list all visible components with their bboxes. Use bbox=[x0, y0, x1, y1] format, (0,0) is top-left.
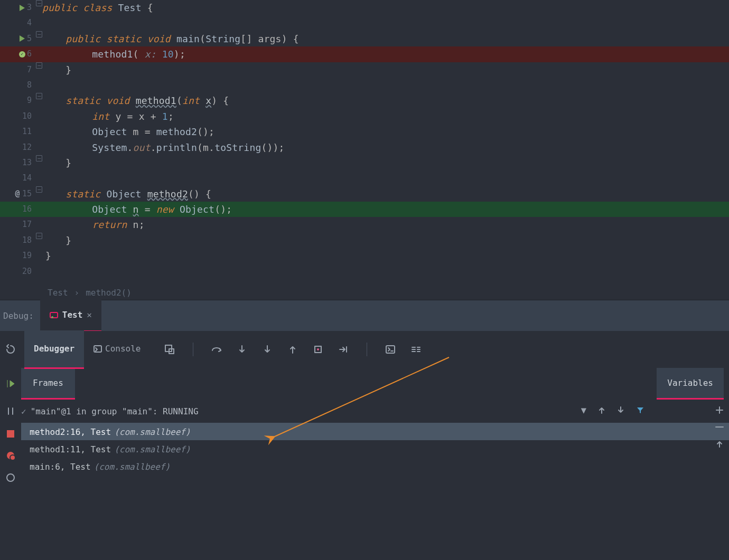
code-line[interactable]: 7− } bbox=[0, 62, 729, 78]
fold-toggle-icon[interactable]: − bbox=[36, 233, 42, 239]
previous-frame-icon[interactable] bbox=[598, 406, 605, 414]
code-line[interactable]: 13− } bbox=[0, 155, 729, 170]
code-line[interactable]: 17 return n; bbox=[0, 217, 729, 232]
separator bbox=[367, 343, 367, 356]
run-gutter-icon[interactable] bbox=[20, 5, 25, 11]
run-gutter-icon[interactable] bbox=[20, 35, 25, 42]
code-line[interactable]: 19} bbox=[0, 248, 729, 263]
code-line[interactable]: 4 bbox=[0, 15, 729, 31]
stack-frame[interactable]: method2:16, Test(com.smallbeef) bbox=[21, 423, 729, 440]
breadcrumb-method[interactable]: method2() bbox=[86, 288, 132, 298]
fold-toggle-icon[interactable]: − bbox=[36, 186, 42, 193]
move-watch-up-icon[interactable] bbox=[716, 440, 723, 448]
code-editor[interactable]: 3−public class Test {45− public static v… bbox=[0, 0, 729, 285]
code-line[interactable]: 10 int y = x + 1; bbox=[0, 109, 729, 124]
stop-button[interactable] bbox=[7, 429, 14, 440]
run-config-name: Test bbox=[62, 310, 83, 320]
breadcrumb[interactable]: Test › method2() bbox=[0, 285, 729, 300]
tab-console[interactable]: Console bbox=[84, 330, 150, 369]
separator bbox=[193, 343, 193, 356]
thread-dropdown-icon[interactable]: ▼ bbox=[581, 405, 586, 415]
debug-window-header: Debug: Test ✕ bbox=[0, 300, 729, 331]
variables-tab[interactable]: Variables bbox=[657, 368, 724, 400]
fold-toggle-icon[interactable]: − bbox=[36, 0, 42, 6]
svg-point-10 bbox=[10, 455, 15, 460]
application-icon bbox=[50, 311, 58, 319]
frames-panel: ✓ "main"@1 in group "main": RUNNING ▼ me… bbox=[0, 400, 729, 560]
fold-toggle-icon[interactable]: − bbox=[36, 31, 42, 37]
show-execution-point-icon[interactable] bbox=[164, 344, 175, 355]
frames-tab[interactable]: Frames bbox=[21, 368, 75, 400]
step-into-icon[interactable] bbox=[237, 344, 247, 355]
frame-pointer-icon: @ bbox=[15, 186, 20, 202]
svg-point-6 bbox=[317, 348, 319, 350]
run-config-tab[interactable]: Test ✕ bbox=[40, 300, 101, 332]
fold-toggle-icon[interactable]: − bbox=[36, 93, 42, 99]
code-line[interactable]: 3−public class Test { bbox=[0, 0, 729, 15]
filter-icon[interactable] bbox=[636, 406, 644, 414]
evaluate-expression-icon[interactable] bbox=[385, 344, 396, 355]
svg-point-11 bbox=[7, 474, 14, 481]
breadcrumb-sep: › bbox=[74, 288, 80, 298]
next-frame-icon[interactable] bbox=[617, 406, 624, 414]
stack-frame[interactable]: main:6, Test(com.smallbeef) bbox=[21, 458, 729, 475]
pause-button[interactable] bbox=[6, 407, 15, 417]
step-out-icon[interactable] bbox=[287, 344, 298, 355]
close-icon[interactable]: ✕ bbox=[87, 310, 92, 320]
remove-watch-icon[interactable] bbox=[715, 426, 724, 428]
code-line[interactable]: @15− static Object method2() { bbox=[0, 186, 729, 202]
debug-toolbar: Debugger Console bbox=[0, 331, 729, 368]
thread-label: "main"@1 in group "main": RUNNING bbox=[31, 406, 199, 416]
fold-toggle-icon[interactable]: − bbox=[36, 62, 42, 69]
breadcrumb-class[interactable]: Test bbox=[48, 288, 68, 298]
code-line[interactable]: 16 Object n = new Object(); bbox=[0, 202, 729, 217]
code-line[interactable]: 9− static void method1(int x) { bbox=[0, 93, 729, 108]
code-line[interactable]: 12 System.out.println(m.toString()); bbox=[0, 140, 729, 155]
tab-debugger[interactable]: Debugger bbox=[24, 330, 84, 369]
force-step-into-icon[interactable] bbox=[262, 344, 273, 355]
step-over-icon[interactable] bbox=[211, 344, 222, 355]
code-line[interactable]: 8 bbox=[0, 78, 729, 93]
console-icon bbox=[94, 345, 102, 353]
debug-label: Debug: bbox=[3, 311, 34, 321]
svg-rect-8 bbox=[7, 430, 14, 438]
code-line[interactable]: 5− public static void main(String[] args… bbox=[0, 31, 729, 46]
resume-button[interactable] bbox=[0, 368, 21, 400]
rerun-icon[interactable] bbox=[5, 344, 16, 355]
panes-header: Frames Variables bbox=[0, 368, 729, 400]
fold-toggle-icon[interactable]: − bbox=[36, 155, 42, 162]
view-breakpoints-button[interactable] bbox=[6, 451, 15, 462]
trace-current-stream-chain-icon[interactable] bbox=[410, 344, 421, 355]
new-watch-icon[interactable] bbox=[715, 406, 724, 414]
code-line[interactable]: 18− } bbox=[0, 233, 729, 248]
code-line[interactable]: 20 bbox=[0, 264, 729, 279]
code-line[interactable]: 11 Object m = method2(); bbox=[0, 124, 729, 139]
run-to-cursor-icon[interactable] bbox=[338, 344, 349, 355]
drop-frame-icon[interactable] bbox=[313, 344, 323, 355]
mute-breakpoints-button[interactable] bbox=[6, 473, 15, 484]
code-line[interactable]: ✓6 method1( x: 10); bbox=[0, 46, 729, 62]
stack-frame[interactable]: method1:11, Test(com.smallbeef) bbox=[21, 440, 729, 458]
check-icon: ✓ bbox=[21, 406, 26, 416]
frames-list[interactable]: method2:16, Test(com.smallbeef)method1:1… bbox=[21, 423, 729, 475]
code-line[interactable]: 14 bbox=[0, 170, 729, 186]
svg-point-1 bbox=[51, 316, 53, 318]
breakpoint-verified-icon[interactable]: ✓ bbox=[19, 51, 25, 58]
